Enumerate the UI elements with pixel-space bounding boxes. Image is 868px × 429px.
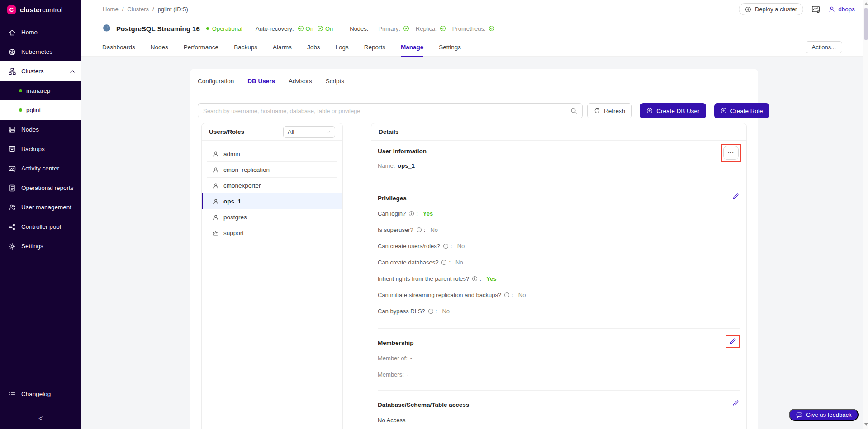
- chevron-up-icon: [69, 68, 76, 75]
- search-input[interactable]: [203, 108, 570, 114]
- scrollbar-thumb[interactable]: [864, 8, 868, 40]
- sidebar-item-settings[interactable]: Settings: [0, 236, 81, 256]
- tab-reports[interactable]: Reports: [364, 38, 385, 57]
- breadcrumb-home[interactable]: Home: [103, 6, 119, 13]
- info-icon[interactable]: [441, 259, 447, 265]
- info-icon[interactable]: [408, 211, 414, 217]
- filter-select[interactable]: All: [283, 126, 335, 138]
- manage-subtabs: Configuration DB Users Advisors Scripts: [190, 69, 758, 94]
- sidebar-item-mariarep[interactable]: mariarep: [0, 81, 81, 100]
- scrollbar-down-arrow[interactable]: [864, 423, 868, 426]
- user-row-ops-1[interactable]: ops_1: [202, 193, 342, 209]
- logo-icon: C: [7, 5, 16, 14]
- tab-alarms[interactable]: Alarms: [273, 38, 292, 57]
- filter-value: All: [288, 128, 294, 135]
- sidebar-item-controller-pool[interactable]: Controller pool: [0, 217, 81, 236]
- nodes-icon: [9, 126, 16, 133]
- details-body: User Information ... Name: ops_1 Privile…: [371, 147, 746, 429]
- app-logo[interactable]: C clustercontrol: [0, 0, 81, 19]
- deploy-cluster-button[interactable]: Deploy a cluster: [739, 3, 803, 15]
- feedback-button[interactable]: Give us feedback: [789, 409, 859, 421]
- users-roles-title: Users/Roles: [209, 128, 244, 135]
- sidebar-item-backups[interactable]: Backups: [0, 139, 81, 159]
- nodes-label: Nodes:: [350, 25, 368, 32]
- user-row-admin[interactable]: admin: [202, 146, 342, 162]
- chevron-left-icon: <: [38, 414, 43, 423]
- member-of-row: Member of: -: [378, 355, 740, 362]
- privileges-section-head: Privileges: [378, 194, 740, 202]
- privilege-row-create-users-roles: Can create users/roles? : No: [378, 243, 740, 250]
- subtab-advisors[interactable]: Advisors: [289, 69, 312, 94]
- name-value: ops_1: [398, 162, 415, 169]
- edit-db-access-icon[interactable]: [732, 400, 739, 407]
- create-role-button[interactable]: Create Role: [714, 103, 769, 118]
- name-label: Name:: [378, 162, 395, 169]
- app-title: clustercontrol: [20, 6, 62, 14]
- info-icon[interactable]: [416, 227, 422, 233]
- sidebar-item-user-management[interactable]: User management: [0, 198, 81, 217]
- details-panel: Details User Information ... Name: ops_1…: [371, 123, 747, 429]
- breadcrumb: Home / Clusters / pglint (ID:5): [103, 6, 188, 13]
- sidebar-nav: Home Kubernetes Clusters mariarep pglint…: [0, 23, 81, 256]
- user-row-cmon-replication[interactable]: cmon_replication: [202, 162, 342, 178]
- cluster-tabs: Dashboards Nodes Performance Backups Ala…: [81, 38, 863, 57]
- subtab-configuration[interactable]: Configuration: [198, 69, 234, 94]
- edit-privileges-icon[interactable]: [732, 193, 739, 200]
- sidebar-item-nodes[interactable]: Nodes: [0, 120, 81, 139]
- subtab-scripts[interactable]: Scripts: [326, 69, 344, 94]
- tab-manage[interactable]: Manage: [401, 38, 423, 57]
- tab-nodes[interactable]: Nodes: [151, 38, 168, 57]
- page-scrollbar[interactable]: [863, 0, 868, 429]
- user-name-row: Name: ops_1: [378, 162, 740, 169]
- privilege-row-can-login: Can login? : Yes: [378, 210, 740, 217]
- sidebar-item-activity-center[interactable]: Activity center: [0, 159, 81, 178]
- subtab-db-users[interactable]: DB Users: [247, 69, 275, 94]
- check-circle-icon: [489, 25, 495, 32]
- breadcrumb-clusters[interactable]: Clusters: [127, 6, 149, 13]
- search-icon[interactable]: [570, 108, 577, 114]
- sidebar-item-clusters[interactable]: Clusters: [0, 61, 81, 81]
- info-icon[interactable]: [428, 308, 434, 314]
- sidebar-collapse-button[interactable]: <: [0, 411, 81, 426]
- more-actions-button[interactable]: ...: [723, 146, 739, 160]
- users-roles-header: Users/Roles All: [202, 123, 342, 141]
- prometheus-label: Prometheus:: [452, 25, 486, 32]
- username: dbops: [838, 6, 855, 13]
- tab-settings[interactable]: Settings: [439, 38, 461, 57]
- info-icon[interactable]: [504, 292, 510, 298]
- info-icon[interactable]: [443, 243, 449, 249]
- info-icon[interactable]: [472, 276, 478, 282]
- cluster-title: PostgreSQL Streaming 16: [116, 25, 200, 33]
- tab-performance[interactable]: Performance: [184, 38, 218, 57]
- actions-button[interactable]: Actions...: [806, 41, 842, 53]
- db-access-title: Database/Schema/Table access: [378, 401, 469, 408]
- sidebar-item-kubernetes[interactable]: Kubernetes: [0, 42, 81, 61]
- privileges-title: Privileges: [378, 195, 407, 202]
- topbar: Home / Clusters / pglint (ID:5) Deploy a…: [81, 0, 863, 19]
- user-row-support[interactable]: support: [202, 225, 342, 241]
- tab-backups[interactable]: Backups: [234, 38, 257, 57]
- tab-dashboards[interactable]: Dashboards: [102, 38, 135, 57]
- kubernetes-icon: [9, 48, 16, 56]
- create-db-user-button[interactable]: Create DB User: [640, 103, 706, 118]
- sidebar-item-home[interactable]: Home: [0, 23, 81, 42]
- sidebar-item-operational-reports[interactable]: Operational reports: [0, 178, 81, 198]
- tab-jobs[interactable]: Jobs: [307, 38, 320, 57]
- activity-feed-icon[interactable]: [811, 5, 820, 14]
- membership-section-head: Membership: [378, 339, 740, 347]
- scrollbar-up-arrow[interactable]: [864, 2, 868, 5]
- edit-membership-icon[interactable]: [729, 338, 736, 345]
- check-circle-icon: [298, 25, 304, 32]
- sidebar-item-pglint[interactable]: pglint: [0, 100, 81, 120]
- user-menu[interactable]: dbops: [828, 6, 855, 13]
- home-icon: [9, 29, 16, 36]
- user-row-cmonexporter[interactable]: cmonexporter: [202, 178, 342, 193]
- users-roles-panel: Users/Roles All admin cmon_replication: [201, 123, 343, 429]
- sidebar-item-changelog[interactable]: Changelog: [0, 384, 81, 404]
- privilege-row-is-superuser: Is superuser? : No: [378, 226, 740, 233]
- user-row-postgres[interactable]: postgres: [202, 209, 342, 225]
- check-circle-icon: [403, 25, 409, 32]
- refresh-button[interactable]: Refresh: [587, 103, 632, 118]
- topbar-right: Deploy a cluster dbops: [739, 3, 855, 15]
- tab-logs[interactable]: Logs: [335, 38, 348, 57]
